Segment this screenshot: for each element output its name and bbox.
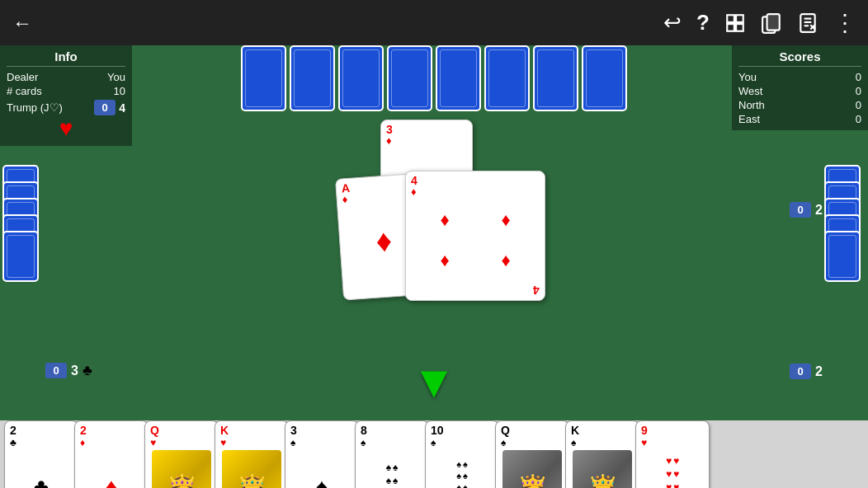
info-title: Info <box>7 49 125 67</box>
card-figure: 👸 <box>502 450 562 488</box>
score-player-you: You <box>738 71 757 83</box>
card-corner: 10 <box>431 425 493 437</box>
score-row-you: You 0 <box>738 70 861 84</box>
hand-card-2c[interactable]: 2 ♣ ♣ <box>4 420 78 488</box>
west-hand <box>2 165 44 346</box>
help-button[interactable]: ? <box>696 10 710 35</box>
north-hand <box>241 45 627 111</box>
played-card-4d[interactable]: 4 ♦ ♦ ♦ ♦ ♦ 4 <box>405 171 545 301</box>
south-trick-counter: 0 2 <box>790 364 823 379</box>
hand-card-8s[interactable]: 8 ♠ ♠♠ ♠♠ ♠♠ ♠♠ <box>355 420 429 488</box>
svg-rect-0 <box>727 15 734 22</box>
card-suit: ♣ <box>10 437 73 448</box>
cards-button[interactable] <box>761 12 782 34</box>
score-value-east: 0 <box>856 113 861 125</box>
card-pips: ♠ <box>290 448 353 488</box>
east-hand <box>824 165 866 346</box>
scores-title: Scores <box>738 49 861 67</box>
north-card-4 <box>387 45 432 111</box>
back-button[interactable]: ← <box>12 12 32 35</box>
north-card-2 <box>290 45 335 111</box>
card-suit: ♠ <box>501 437 564 448</box>
trump-label: Trump (J♡) <box>7 101 63 114</box>
scores-panel: Scores You 0 West 0 North 0 East 0 <box>732 45 868 130</box>
card-suit: ♠ <box>290 437 353 448</box>
east-trick-counter: 0 2 <box>790 202 823 218</box>
svg-rect-2 <box>727 24 734 31</box>
card-rank-top: 3 <box>386 124 467 135</box>
score-player-north: North <box>738 99 765 111</box>
card-corner: Q <box>501 425 564 437</box>
card-suit: ♥ <box>641 437 704 448</box>
north-card-5 <box>436 45 481 111</box>
game-area: Info Dealer You # cards 10 Trump (J♡) 0 … <box>0 45 868 420</box>
west-trick-counter: 0 3 ♣ <box>45 362 92 379</box>
card-rank-bot: 4 <box>533 284 540 297</box>
card-figure: 🤴 <box>573 450 632 488</box>
dealer-value: You <box>107 71 125 83</box>
trump-bid-box: 0 <box>94 100 116 115</box>
card-pips: ♣ <box>10 448 73 488</box>
score-row-west: West 0 <box>738 84 861 98</box>
hand-card-3s[interactable]: 3 ♠ ♠ <box>285 420 359 488</box>
west-card-5 <box>2 231 39 282</box>
card-suit: ♦ <box>80 437 143 448</box>
dealer-label: Dealer <box>7 71 38 83</box>
east-card-5 <box>824 231 861 282</box>
hand-card-kh[interactable]: K ♥ 🤴 <box>215 420 289 488</box>
north-card-3 <box>338 45 384 111</box>
undo-button[interactable]: ↩ <box>663 10 682 35</box>
score-player-east: East <box>738 113 760 125</box>
card-suit-top: ♦ <box>386 135 467 146</box>
north-card-7 <box>533 45 578 111</box>
card-corner: 2 <box>80 425 143 437</box>
move-button[interactable] <box>724 12 746 34</box>
east-bid-num: 2 <box>815 203 823 218</box>
card-corner: 8 <box>361 425 423 437</box>
card-corner: K <box>571 425 634 437</box>
svg-rect-3 <box>736 24 743 31</box>
west-bid-box: 0 <box>45 363 67 378</box>
svg-rect-1 <box>736 15 743 22</box>
score-value-north: 0 <box>856 99 861 111</box>
card-center-pips: ♦ ♦ ♦ ♦ <box>411 197 540 284</box>
card-corner: 2 <box>10 425 73 437</box>
card-suit: ♠ <box>431 437 493 448</box>
card-suit: ♥ <box>150 437 213 448</box>
card-corner: 3 <box>290 425 353 437</box>
player-hand: 2 ♣ ♣ 2 ♦ ♦ Q ♥ 👸 K ♥ 🤴 3 ♠ ♠ 8 <box>0 420 868 488</box>
card-pips: ♥♥ ♥♥ ♥♥ ♥♥ ♥ <box>641 448 704 488</box>
hand-card-9h[interactable]: 9 ♥ ♥♥ ♥♥ ♥♥ ♥♥ ♥ <box>635 420 710 488</box>
score-row-north: North 0 <box>738 98 861 112</box>
north-card-6 <box>484 45 530 111</box>
score-row-east: East 0 <box>738 112 861 126</box>
south-bid-num: 2 <box>815 364 823 379</box>
north-card-8 <box>582 45 627 111</box>
card-pips: ♠♠ ♠♠ ♠♠ ♠♠ <box>361 448 423 488</box>
play-area: 3 ♦ ♦ 3 A ♦ ♦ A 4 ♦ ♦ ♦ ♦ ♦ 4 <box>314 120 554 301</box>
hand-card-10s[interactable]: 10 ♠ ♠♠ ♠♠ ♠♠ ♠♠ ♠ <box>425 420 499 488</box>
east-bid-box: 0 <box>790 202 811 218</box>
card-corner: K <box>220 425 283 437</box>
hand-card-ks[interactable]: K ♠ 🤴 <box>565 420 639 488</box>
cards-label: # cards <box>7 85 42 97</box>
card-corner: Q <box>150 425 213 437</box>
card-rank-top: 4 <box>411 175 540 186</box>
hand-card-qs[interactable]: Q ♠ 👸 <box>495 420 569 488</box>
hand-card-2d[interactable]: 2 ♦ ♦ <box>74 420 149 488</box>
card-suit-top: ♦ <box>411 186 540 197</box>
card-suit: ♥ <box>220 437 283 448</box>
card-suit: ♠ <box>571 437 634 448</box>
hand-card-qh[interactable]: Q ♥ 👸 <box>144 420 219 488</box>
notes-button[interactable] <box>797 12 818 34</box>
more-button[interactable]: ⋮ <box>833 9 856 36</box>
down-arrow-indicator: ▼ <box>412 355 456 408</box>
card-corner: 9 <box>641 425 704 437</box>
top-bar: ← ↩ ? ⋮ <box>0 0 868 45</box>
card-figure: 🤴 <box>222 450 281 488</box>
west-bid-num: 3 <box>71 364 78 378</box>
card-pips: ♠♠ ♠♠ ♠♠ ♠♠ ♠ <box>431 448 493 488</box>
svg-rect-5 <box>767 14 780 30</box>
trump-suit-icon: ♥ <box>59 115 73 141</box>
info-panel: Info Dealer You # cards 10 Trump (J♡) 0 … <box>0 45 132 146</box>
